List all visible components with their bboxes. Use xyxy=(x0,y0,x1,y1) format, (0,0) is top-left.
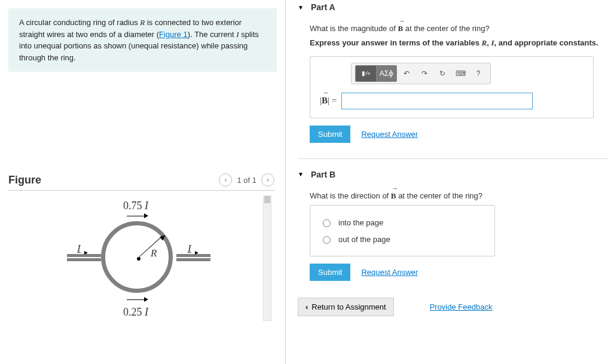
top-arc-arrow-icon xyxy=(127,214,148,219)
request-answer-link-b[interactable]: Request Answer xyxy=(361,268,418,277)
toolbar-template-group: ▮√x ΑΣɸ xyxy=(355,65,397,82)
submit-button-a[interactable]: Submit xyxy=(310,126,350,143)
intro-text-1: A circular conducting ring of radius xyxy=(19,18,140,27)
figure-title: Figure xyxy=(8,174,41,186)
figure-area: ▲ 0.75 I I I R 0.25 I xyxy=(8,195,271,333)
provide-feedback-link[interactable]: Provide Feedback xyxy=(430,302,493,311)
figure-prev-button[interactable]: ‹ xyxy=(219,173,232,186)
radio-out-label: out of the page xyxy=(338,235,390,244)
left-panel: A circular conducting ring of radius R i… xyxy=(0,0,286,364)
radio-box: into the page out of the page xyxy=(310,205,495,256)
part-a-header[interactable]: ▼ Part A xyxy=(298,2,614,12)
vector-B: B xyxy=(398,23,403,35)
toolbar-redo-button[interactable]: ↷ xyxy=(416,66,433,81)
radio-into-input[interactable] xyxy=(323,219,331,227)
request-answer-link-a[interactable]: Request Answer xyxy=(361,130,418,139)
part-a-title: Part A xyxy=(311,2,335,12)
chevron-left-icon: ‹ xyxy=(306,302,308,311)
toolbar-keyboard-button[interactable]: ⌨ xyxy=(452,66,469,81)
answer-row: |B| = xyxy=(320,93,586,109)
submit-row-b: Submit Request Answer xyxy=(310,264,614,281)
left-current-label: I xyxy=(77,243,81,255)
divider xyxy=(298,158,608,159)
radio-option-out[interactable]: out of the page xyxy=(320,231,485,247)
toolbar-help-button[interactable]: ? xyxy=(470,66,487,81)
part-a-question: What is the magnitude of B at the center… xyxy=(310,23,614,35)
part-a-instruction: Express your answer in terms of the vari… xyxy=(310,38,614,48)
toolbar-templates-button[interactable]: ▮√x xyxy=(356,66,376,81)
footer-row: ‹ Return to Assignment Provide Feedback xyxy=(298,298,614,316)
bottom-arc-arrow-icon xyxy=(127,298,148,302)
submit-row-a: Submit Request Answer xyxy=(310,126,614,143)
top-current-label: 0.75 I xyxy=(123,200,148,212)
radio-into-label: into the page xyxy=(338,218,383,227)
part-b-header[interactable]: ▼ Part B xyxy=(298,170,614,179)
intro-text-3: ). The current xyxy=(188,30,236,39)
equation-toolbar: ▮√x ΑΣɸ ↶ ↷ ↻ ⌨ ? xyxy=(351,63,491,84)
collapse-icon: ▼ xyxy=(298,171,304,178)
figure-page-indicator: 1 of 1 xyxy=(237,176,256,185)
ring-diagram: 0.75 I I I R 0.25 I xyxy=(56,198,212,330)
right-panel: ▼ Part A What is the magnitude of B at t… xyxy=(286,0,614,364)
answer-box-a: ▮√x ΑΣɸ ↶ ↷ ↻ ⌨ ? |B| = xyxy=(310,56,594,118)
answer-input[interactable] xyxy=(341,93,533,109)
wire-right xyxy=(176,254,210,257)
figure-link[interactable]: Figure 1 xyxy=(159,30,188,39)
figure-next-button[interactable]: › xyxy=(261,173,274,186)
part-b-title: Part B xyxy=(311,170,335,179)
vector-B: B xyxy=(391,190,396,202)
figure-scrollbar[interactable]: ▲ xyxy=(263,195,271,321)
return-label: Return to Assignment xyxy=(311,302,386,311)
toolbar-reset-button[interactable]: ↻ xyxy=(434,66,451,81)
part-b-question: What is the direction of B at the center… xyxy=(310,190,614,202)
figure-heading: Figure ‹ 1 of 1 › xyxy=(8,173,274,191)
radius-label: R xyxy=(151,247,157,259)
toolbar-undo-button[interactable]: ↶ xyxy=(398,66,415,81)
answer-lhs: |B| = xyxy=(320,96,337,106)
radio-option-into[interactable]: into the page xyxy=(320,214,485,231)
problem-statement: A circular conducting ring of radius R i… xyxy=(8,8,277,72)
radio-out-input[interactable] xyxy=(323,236,331,244)
toolbar-greek-button[interactable]: ΑΣɸ xyxy=(376,66,396,81)
collapse-icon: ▼ xyxy=(298,4,304,11)
figure-pager: ‹ 1 of 1 › xyxy=(219,173,274,186)
right-current-label: I xyxy=(188,243,191,255)
bottom-current-label: 0.25 I xyxy=(123,306,148,319)
return-button[interactable]: ‹ Return to Assignment xyxy=(298,298,394,316)
submit-button-b[interactable]: Submit xyxy=(310,264,350,281)
